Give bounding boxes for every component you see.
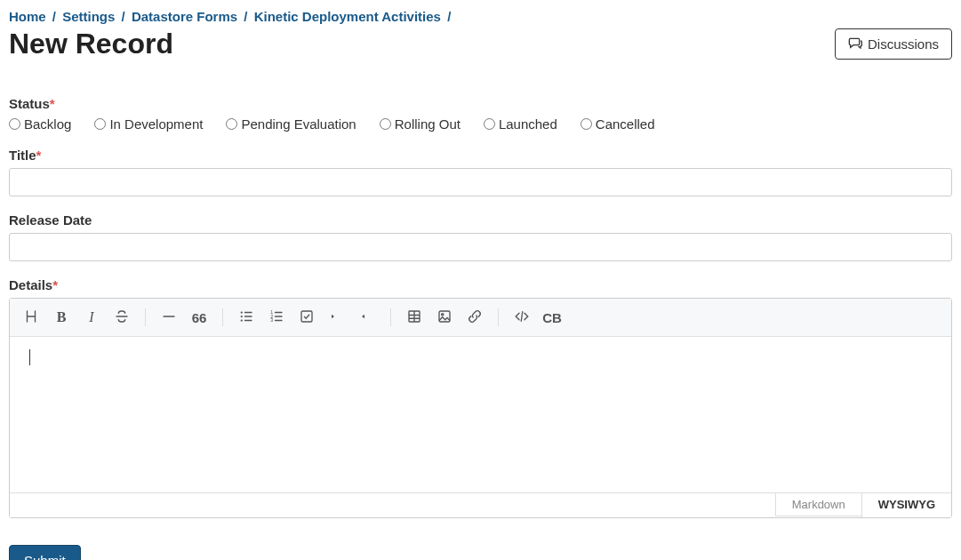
title-group: Title* [9, 148, 952, 196]
indent-icon [329, 308, 345, 327]
status-option-backlog[interactable]: Backlog [9, 116, 71, 132]
italic-icon: I [89, 309, 93, 325]
status-option-pending-evaluation[interactable]: Pending Evaluation [226, 116, 356, 132]
svg-point-9 [442, 313, 444, 315]
wysiwyg-mode-tab[interactable]: WYSIWYG [861, 493, 951, 517]
ul-button[interactable] [232, 304, 260, 331]
editor-body[interactable] [10, 337, 951, 492]
release-date-input[interactable] [9, 233, 952, 261]
table-icon [406, 308, 422, 327]
editor-toolbar: B I 66 [10, 299, 951, 337]
markdown-mode-tab[interactable]: Markdown [775, 492, 861, 516]
status-option-label: Launched [499, 116, 557, 132]
ul-icon [238, 308, 254, 327]
toolbar-separator [390, 308, 391, 326]
status-option-label: Rolling Out [395, 116, 460, 132]
breadcrumb-link-settings[interactable]: Settings [62, 9, 115, 24]
svg-text:3: 3 [270, 317, 273, 323]
status-option-in-development[interactable]: In Development [94, 116, 203, 132]
page-title: New Record [9, 28, 173, 60]
status-option-rolling-out[interactable]: Rolling Out [380, 116, 460, 132]
bold-button[interactable]: B [47, 304, 76, 331]
status-option-label: Pending Evaluation [241, 116, 356, 132]
header-row: New Record Discussions [9, 28, 952, 60]
discussions-button[interactable]: Discussions [835, 28, 952, 60]
release-date-label: Release Date [9, 212, 952, 228]
release-date-group: Release Date [9, 212, 952, 261]
code-icon [514, 308, 530, 327]
task-icon [299, 308, 315, 327]
toolbar-separator [222, 308, 223, 326]
hr-icon [161, 308, 177, 327]
strike-icon [114, 308, 130, 327]
toolbar-separator [145, 308, 146, 326]
code-button[interactable] [508, 304, 536, 331]
toolbar-separator [498, 308, 499, 326]
status-radio-row: Backlog In Development Pending Evaluatio… [9, 116, 952, 132]
strike-button[interactable] [108, 304, 136, 331]
bold-icon: B [57, 309, 67, 325]
status-label: Status* [9, 96, 952, 111]
title-input[interactable] [9, 168, 952, 196]
status-option-label: In Development [109, 116, 203, 132]
svg-rect-6 [301, 311, 312, 322]
breadcrumb-sep: / [52, 9, 56, 24]
table-button[interactable] [400, 304, 428, 331]
status-radio-launched[interactable] [484, 118, 495, 130]
breadcrumb-link-kinetic-deployment[interactable]: Kinetic Deployment Activities [254, 9, 441, 24]
codeblock-button[interactable]: CB [538, 304, 566, 331]
details-label-text: Details [9, 277, 52, 292]
status-label-text: Status [9, 96, 50, 111]
svg-point-1 [241, 315, 243, 316]
hr-button[interactable] [155, 304, 183, 331]
title-label: Title* [9, 148, 952, 163]
svg-point-0 [241, 311, 243, 313]
link-icon [467, 308, 483, 327]
ol-button[interactable]: 123 [262, 304, 291, 331]
heading-icon [23, 308, 39, 327]
chat-icon [848, 36, 862, 52]
status-option-label: Cancelled [596, 116, 655, 132]
breadcrumb-sep: / [447, 9, 451, 24]
status-group: Status* Backlog In Development Pending E… [9, 96, 952, 132]
details-group: Details* B I [9, 277, 952, 518]
status-radio-cancelled[interactable] [581, 118, 592, 130]
status-radio-rolling-out[interactable] [380, 118, 391, 130]
required-indicator: * [52, 277, 58, 292]
status-option-cancelled[interactable]: Cancelled [581, 116, 655, 132]
required-indicator: * [50, 96, 55, 111]
status-radio-pending-evaluation[interactable] [226, 118, 237, 130]
required-indicator: * [36, 148, 42, 163]
svg-point-2 [241, 319, 243, 321]
breadcrumb: Home / Settings / Datastore Forms / Kine… [9, 9, 952, 24]
quote-icon: 66 [192, 310, 207, 325]
discussions-label: Discussions [868, 36, 939, 52]
status-radio-backlog[interactable] [9, 118, 20, 130]
heading-button[interactable] [17, 304, 45, 331]
breadcrumb-link-datastore-forms[interactable]: Datastore Forms [132, 9, 237, 24]
cursor-icon [29, 349, 30, 365]
breadcrumb-link-home[interactable]: Home [9, 9, 46, 24]
status-option-label: Backlog [24, 116, 71, 132]
codeblock-icon: CB [542, 310, 562, 325]
status-radio-in-development[interactable] [94, 118, 106, 130]
status-option-launched[interactable]: Launched [484, 116, 557, 132]
quote-button[interactable]: 66 [185, 304, 213, 331]
task-button[interactable] [292, 304, 321, 331]
image-icon [436, 308, 452, 327]
details-label: Details* [9, 277, 952, 292]
title-label-text: Title [9, 148, 36, 163]
submit-button[interactable]: Submit [9, 545, 81, 560]
svg-rect-8 [439, 311, 450, 322]
image-button[interactable] [430, 304, 459, 331]
details-editor: B I 66 [9, 298, 952, 518]
link-button[interactable] [460, 304, 489, 331]
breadcrumb-sep: / [122, 9, 125, 24]
outdent-icon [359, 308, 375, 327]
ol-icon: 123 [268, 308, 284, 327]
editor-footer: Markdown WYSIWYG [10, 492, 951, 517]
outdent-button[interactable] [353, 304, 381, 331]
breadcrumb-sep: / [244, 9, 247, 24]
italic-button[interactable]: I [77, 304, 106, 331]
indent-button[interactable] [323, 304, 351, 331]
